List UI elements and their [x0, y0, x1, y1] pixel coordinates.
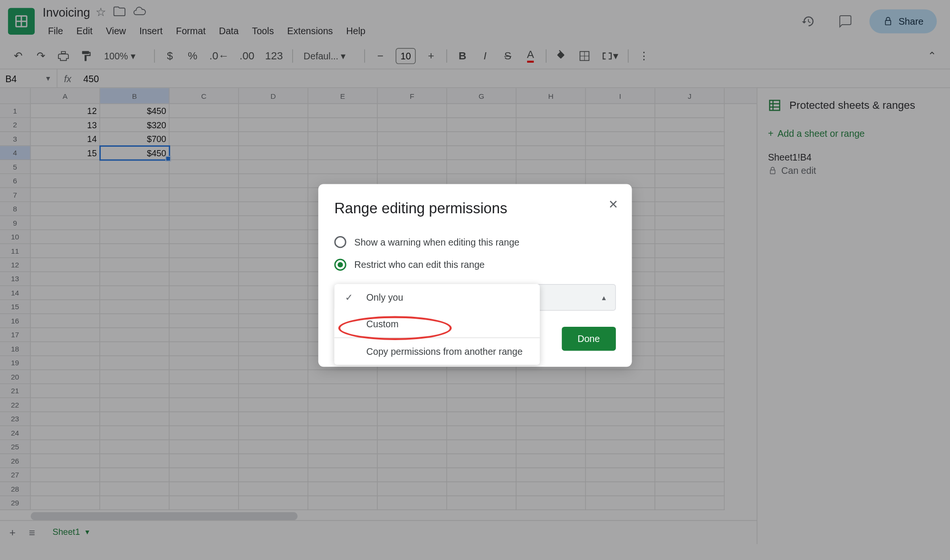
dropdown-item-only-you[interactable]: Only you: [334, 284, 539, 311]
range-permissions-dialog: Range editing permissions ✕ Show a warni…: [318, 184, 632, 367]
dialog-title: Range editing permissions: [334, 200, 615, 218]
dropdown-item-custom[interactable]: Custom: [334, 311, 539, 337]
radio-restrict[interactable]: Restrict who can edit this range: [334, 254, 615, 276]
radio-icon: [334, 259, 346, 271]
radio-icon: [334, 236, 346, 248]
close-button[interactable]: ✕: [608, 198, 618, 212]
done-button[interactable]: Done: [562, 327, 616, 351]
dropdown-item-copy[interactable]: Copy permissions from another range: [334, 338, 539, 365]
radio-show-warning[interactable]: Show a warning when editing this range: [334, 231, 615, 254]
permission-dropdown-menu: Only you Custom Copy permissions from an…: [334, 284, 539, 365]
chevron-up-icon: ▲: [601, 294, 607, 301]
modal-overlay: Range editing permissions ✕ Show a warni…: [0, 0, 950, 560]
